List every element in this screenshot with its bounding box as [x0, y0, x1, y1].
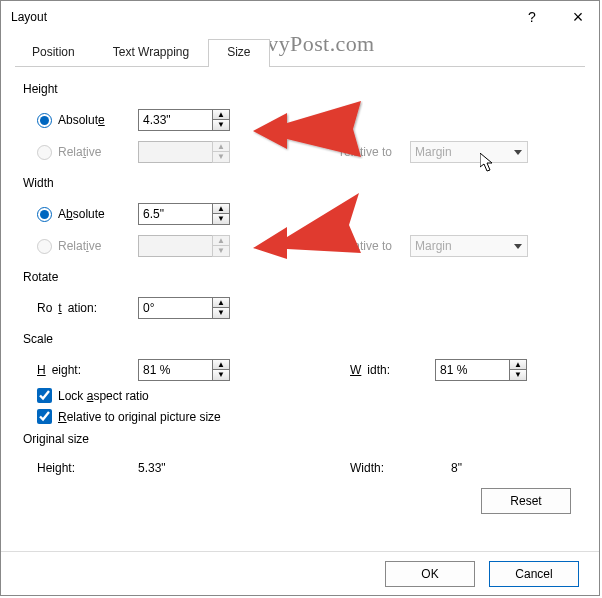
spin-down-icon: ▼: [212, 152, 230, 163]
original-height-label: Height:: [37, 461, 138, 475]
spin-down-icon: ▼: [212, 246, 230, 257]
spin-down-icon[interactable]: ▼: [212, 308, 230, 319]
height-absolute-radio[interactable]: [37, 113, 52, 128]
height-relative-radio: [37, 145, 52, 160]
spin-up-icon[interactable]: ▲: [212, 203, 230, 214]
width-relative-to-dropdown: Margin: [410, 235, 528, 257]
dialog-footer: OK Cancel: [1, 551, 599, 595]
rotation-input[interactable]: [138, 297, 212, 319]
section-scale: Scale: [23, 332, 577, 346]
tab-text-wrapping[interactable]: Text Wrapping: [94, 39, 208, 67]
original-height-value: 5.33": [138, 461, 350, 475]
cancel-button[interactable]: Cancel: [489, 561, 579, 587]
rotation-spinner[interactable]: ▲ ▼: [138, 297, 230, 319]
spin-up-icon: ▲: [212, 141, 230, 152]
height-relative-to-dropdown: Margin: [410, 141, 528, 163]
rotation-label: Rotation:: [37, 301, 138, 315]
height-absolute-input[interactable]: [138, 109, 212, 131]
scale-height-spinner[interactable]: ▲ ▼: [138, 359, 230, 381]
height-relative-to-label: relative to: [340, 145, 410, 159]
help-button[interactable]: ?: [517, 5, 547, 29]
spin-up-icon[interactable]: ▲: [212, 109, 230, 120]
scale-height-input[interactable]: [138, 359, 212, 381]
width-absolute-radio[interactable]: [37, 207, 52, 222]
width-relative-spinner: ▲ ▼: [138, 235, 230, 257]
spin-down-icon[interactable]: ▼: [212, 370, 230, 381]
width-relative-input: [138, 235, 212, 257]
width-absolute-input[interactable]: [138, 203, 212, 225]
original-width-value: 8": [451, 461, 462, 475]
tab-position[interactable]: Position: [13, 39, 94, 67]
original-width-label: Width:: [350, 461, 451, 475]
scale-width-spinner[interactable]: ▲ ▼: [435, 359, 527, 381]
spin-down-icon[interactable]: ▼: [509, 370, 527, 381]
tab-strip: Position Text Wrapping Size: [13, 39, 599, 67]
width-relative-to-select: Margin: [410, 235, 528, 257]
reset-button[interactable]: Reset: [481, 488, 571, 514]
width-absolute-spinner[interactable]: ▲ ▼: [138, 203, 230, 225]
layout-dialog: Layout ? × groovyPost.com Position Text …: [0, 0, 600, 596]
spin-up-icon[interactable]: ▲: [212, 297, 230, 308]
width-relative-radio: [37, 239, 52, 254]
scale-height-label: Height:: [37, 363, 138, 377]
height-absolute-spinner[interactable]: ▲ ▼: [138, 109, 230, 131]
spin-down-icon[interactable]: ▼: [212, 120, 230, 131]
section-original: Original size: [23, 432, 577, 446]
height-relative-spinner: ▲ ▼: [138, 141, 230, 163]
spin-down-icon[interactable]: ▼: [212, 214, 230, 225]
scale-width-label: Width:: [350, 363, 435, 377]
window-title: Layout: [11, 10, 47, 24]
tab-size[interactable]: Size: [208, 39, 269, 67]
close-button[interactable]: ×: [563, 5, 593, 29]
scale-width-input[interactable]: [435, 359, 509, 381]
titlebar: Layout ? ×: [1, 1, 599, 33]
height-relative-input: [138, 141, 212, 163]
height-absolute-radio-label[interactable]: Absolute: [37, 113, 138, 128]
section-width: Width: [23, 176, 577, 190]
lock-aspect-checkbox[interactable]: [37, 388, 52, 403]
spin-up-icon: ▲: [212, 235, 230, 246]
height-relative-to-select: Margin: [410, 141, 528, 163]
spin-up-icon[interactable]: ▲: [212, 359, 230, 370]
ok-button[interactable]: OK: [385, 561, 475, 587]
spin-up-icon[interactable]: ▲: [509, 359, 527, 370]
lock-aspect-checkbox-label[interactable]: Lock aspect ratio: [37, 388, 577, 403]
height-relative-radio-label[interactable]: Relative: [37, 145, 138, 160]
width-relative-radio-label[interactable]: Relative: [37, 239, 138, 254]
width-absolute-radio-label[interactable]: Absolute: [37, 207, 138, 222]
section-height: Height: [23, 82, 577, 96]
section-rotate: Rotate: [23, 270, 577, 284]
relative-original-checkbox-label[interactable]: Relative to original picture size: [37, 409, 577, 424]
relative-original-checkbox[interactable]: [37, 409, 52, 424]
width-relative-to-label: relative to: [340, 239, 410, 253]
